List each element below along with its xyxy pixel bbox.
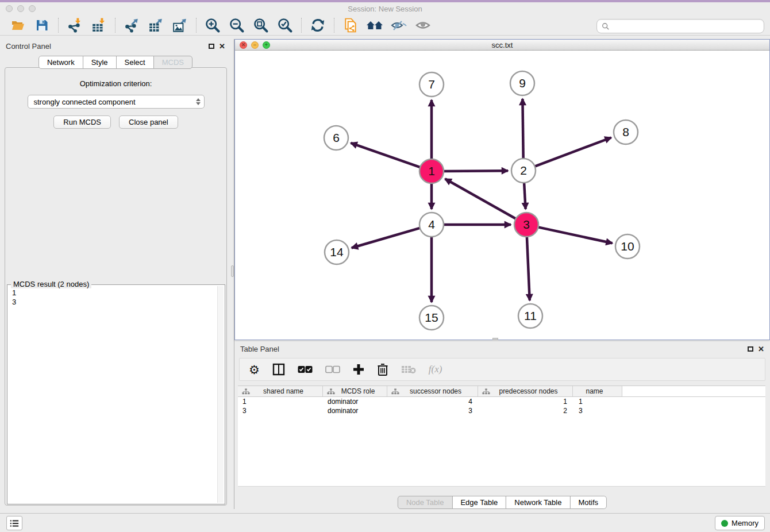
- show-log-button[interactable]: [6, 516, 22, 530]
- save-icon: [35, 18, 49, 32]
- tab-node-table[interactable]: Node Table: [398, 496, 453, 509]
- control-panel: Control Panel ✕ Network Style Select MCD…: [0, 39, 231, 509]
- float-panel-icon[interactable]: [209, 44, 214, 49]
- delete-column-button[interactable]: [377, 363, 388, 376]
- mcds-result-title: MCDS result (2 nodes): [11, 280, 91, 288]
- mcds-result-line: 1: [12, 288, 220, 298]
- hierarchy-icon: [391, 388, 399, 395]
- network-window-titlebar[interactable]: ✕ − + scc.txt: [235, 40, 769, 51]
- table-toolbar: ⚙: [239, 358, 765, 381]
- table-row[interactable]: 3 dominator 3 2 3: [238, 406, 765, 415]
- memory-button[interactable]: Memory: [715, 516, 765, 530]
- splitter-handle[interactable]: [231, 265, 234, 277]
- apply-function-button[interactable]: f(x): [429, 364, 442, 375]
- graph-node-label-3: 3: [523, 218, 530, 231]
- graph-edge-3-10[interactable]: [538, 227, 613, 243]
- add-column-button[interactable]: [353, 364, 364, 375]
- tab-network[interactable]: Network: [38, 56, 83, 69]
- graph-edge-2-3[interactable]: [524, 183, 526, 209]
- criterion-dropdown[interactable]: strongly connected component: [28, 95, 205, 109]
- refresh-view-button[interactable]: [307, 17, 328, 34]
- show-columns-button[interactable]: [272, 363, 285, 376]
- column-header-shared-name[interactable]: shared name: [238, 386, 323, 396]
- open-session-button[interactable]: [7, 17, 28, 34]
- deselect-all-rows-button[interactable]: [325, 365, 340, 373]
- trash-icon: [377, 363, 388, 376]
- home-layout-button[interactable]: [364, 17, 385, 34]
- zoom-fit-button[interactable]: [251, 17, 271, 34]
- toolbar-separator: [334, 18, 334, 33]
- control-panel-header: Control Panel ✕: [0, 39, 231, 53]
- graph-edge-1-2[interactable]: [444, 171, 508, 171]
- copy-view-button[interactable]: [340, 17, 361, 34]
- hierarchy-icon: [327, 388, 335, 395]
- graph-node-label-15: 15: [425, 311, 438, 324]
- column-header-mcds-role[interactable]: MCDS role: [323, 386, 387, 396]
- mcds-result-line: 3: [12, 298, 220, 307]
- export-image-button[interactable]: [170, 17, 190, 34]
- tab-motifs[interactable]: Motifs: [569, 496, 607, 509]
- network-graph: 7968124314101511: [235, 51, 769, 340]
- tab-mcds[interactable]: MCDS: [153, 56, 192, 69]
- run-mcds-button[interactable]: Run MCDS: [53, 115, 111, 129]
- tab-select[interactable]: Select: [116, 56, 154, 69]
- network-canvas[interactable]: 7968124314101511: [235, 51, 769, 340]
- zoom-selected-icon: [277, 17, 293, 33]
- table-row[interactable]: 1 dominator 4 1 1: [238, 397, 765, 406]
- graph-node-label-10: 10: [621, 240, 634, 253]
- export-table-button[interactable]: [145, 17, 166, 34]
- graph-edge-3-1[interactable]: [445, 179, 516, 218]
- table-settings-button[interactable]: ⚙: [249, 364, 260, 376]
- zoom-selected-button[interactable]: [275, 17, 295, 34]
- graph-edge-3-11[interactable]: [527, 237, 530, 300]
- float-table-panel-icon[interactable]: [748, 346, 753, 352]
- table-panel: Table Panel ✕ ⚙: [234, 342, 770, 511]
- graph-edge-2-8[interactable]: [535, 138, 611, 167]
- memory-label: Memory: [732, 519, 759, 527]
- show-graphics-details-button[interactable]: [413, 17, 433, 34]
- graph-edge-4-14[interactable]: [352, 228, 420, 248]
- import-table-button[interactable]: [88, 17, 109, 34]
- select-all-rows-button[interactable]: [298, 365, 313, 373]
- table-header-row: shared name MCDS role successor nodes pr…: [238, 385, 765, 397]
- import-network-button[interactable]: [64, 17, 85, 34]
- cell-name: 1: [573, 398, 622, 406]
- select-all-icon: [298, 365, 313, 373]
- column-header-predecessor-nodes[interactable]: predecessor nodes: [478, 386, 573, 396]
- save-session-button[interactable]: [32, 17, 52, 34]
- zoom-out-button[interactable]: [226, 17, 247, 34]
- close-panel-button[interactable]: Close panel: [119, 115, 178, 129]
- search-field[interactable]: [596, 19, 764, 33]
- graph-node-label-7: 7: [428, 78, 435, 91]
- hide-graphics-details-button[interactable]: [388, 17, 409, 34]
- result-scrollbar[interactable]: [217, 286, 224, 503]
- graph-node-label-6: 6: [333, 131, 340, 144]
- tab-edge-table[interactable]: Edge Table: [452, 496, 506, 509]
- window-resize-grip[interactable]: [492, 338, 498, 340]
- network-window-title: scc.txt: [235, 41, 769, 49]
- toolbar-separator: [115, 18, 116, 33]
- graph-node-label-4: 4: [428, 218, 435, 231]
- delete-table-button[interactable]: [401, 365, 416, 374]
- column-header-successor-nodes[interactable]: successor nodes: [387, 386, 478, 396]
- tab-style[interactable]: Style: [83, 56, 117, 69]
- close-table-panel-icon[interactable]: ✕: [758, 345, 764, 353]
- zoom-in-button[interactable]: [202, 17, 223, 34]
- mcds-result-list[interactable]: 1 3: [7, 285, 225, 310]
- column-header-name[interactable]: name: [573, 386, 622, 396]
- graph-edge-1-6[interactable]: [351, 143, 421, 167]
- export-network-button[interactable]: [121, 17, 142, 34]
- open-folder-icon: [10, 18, 25, 32]
- tab-network-table[interactable]: Network Table: [506, 496, 570, 509]
- refresh-icon: [310, 17, 326, 33]
- node-table: shared name MCDS role successor nodes pr…: [238, 385, 765, 487]
- table-panel-header: Table Panel ✕: [234, 342, 770, 356]
- close-panel-icon[interactable]: ✕: [219, 43, 225, 50]
- graph-edge-2-9[interactable]: [522, 99, 523, 159]
- hierarchy-icon: [482, 388, 490, 395]
- cell-predecessor-nodes: 2: [478, 407, 573, 415]
- app-titlebar: Session: New Session: [0, 2, 770, 15]
- criterion-value: strongly connected component: [34, 98, 196, 106]
- deselect-all-icon: [325, 365, 340, 373]
- table-tabs: Node Table Edge Table Network Table Moti…: [398, 496, 607, 509]
